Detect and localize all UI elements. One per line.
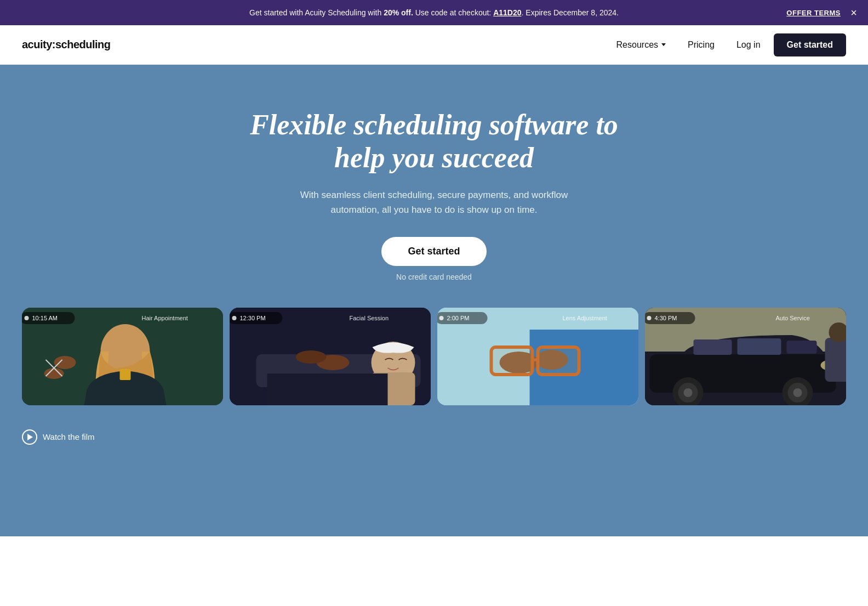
banner-close-button[interactable]: × [850, 7, 857, 18]
promo-code: A11D20 [493, 8, 521, 17]
svg-text:Hair Appointment: Hair Appointment [142, 315, 188, 321]
banner-text: Get started with Acuity Scheduling with … [33, 8, 835, 17]
svg-text:10:15 AM: 10:15 AM [32, 315, 58, 321]
svg-point-46 [684, 388, 693, 397]
svg-rect-32 [540, 349, 578, 373]
nav-login-button[interactable]: Log in [728, 36, 769, 54]
promo-bold: 20% off. [384, 8, 413, 17]
svg-point-10 [25, 316, 29, 320]
svg-text:12:30 PM: 12:30 PM [240, 315, 266, 321]
nav-resources-button[interactable]: Resources [608, 36, 675, 54]
svg-rect-31 [493, 349, 531, 373]
nav-get-started-button[interactable]: Get started [774, 33, 846, 56]
svg-point-21 [232, 316, 237, 320]
svg-text:Facial Session: Facial Session [350, 315, 389, 321]
watch-film-button[interactable]: Watch the film [22, 429, 94, 467]
nav-links: Resources Pricing Log in Get started [608, 33, 846, 56]
svg-point-6 [44, 368, 64, 379]
svg-text:Lens Adjustment: Lens Adjustment [563, 315, 607, 321]
svg-text:Auto Service: Auto Service [776, 315, 810, 321]
card-auto-service: 4:30 PM Auto Service [645, 308, 846, 405]
play-triangle-icon [27, 434, 33, 440]
card-facial-session: 12:30 PM Facial Session [230, 308, 431, 405]
card-hair-appointment: 10:15 AM Hair Appointment [22, 308, 223, 405]
chevron-down-icon [661, 43, 666, 46]
promo-banner: Get started with Acuity Scheduling with … [0, 0, 868, 25]
svg-rect-43 [787, 341, 817, 354]
appointment-cards: 10:15 AM Hair Appointment [22, 308, 846, 416]
svg-rect-51 [825, 338, 847, 382]
svg-text:2:00 PM: 2:00 PM [447, 315, 470, 321]
svg-rect-19 [267, 373, 388, 405]
promo-prefix: Get started with Acuity Scheduling with [249, 8, 384, 17]
hero-subtitle: With seamless client scheduling, secure … [286, 188, 582, 217]
svg-point-17 [296, 350, 327, 364]
svg-point-34 [439, 316, 444, 320]
svg-rect-4 [120, 369, 131, 380]
svg-text:4:30 PM: 4:30 PM [655, 315, 677, 321]
hero-get-started-button[interactable]: Get started [381, 237, 486, 266]
navigation: acuity:scheduling Resources Pricing Log … [0, 25, 868, 65]
watch-film-label: Watch the film [43, 432, 94, 441]
offer-terms-link[interactable]: OFFER TERMS [786, 9, 841, 17]
hero-cta: Get started No credit card needed [381, 237, 486, 281]
svg-rect-42 [738, 338, 781, 355]
logo: acuity:scheduling [22, 38, 111, 51]
svg-rect-41 [694, 339, 732, 355]
hero-section: Flexible scheduling software to help you… [0, 65, 868, 536]
hero-title: Flexible scheduling software to help you… [242, 109, 626, 174]
promo-expiry: . Expires December 8, 2024. [522, 8, 619, 17]
card-lens-adjustment: 2:00 PM Lens Adjustment [437, 308, 638, 405]
no-credit-card-text: No credit card needed [396, 273, 472, 281]
svg-point-54 [647, 316, 652, 320]
svg-point-49 [793, 388, 802, 397]
play-icon [22, 429, 37, 445]
promo-suffix: Use code at checkout: [413, 8, 493, 17]
nav-pricing-button[interactable]: Pricing [679, 36, 723, 54]
svg-point-5 [54, 356, 76, 369]
